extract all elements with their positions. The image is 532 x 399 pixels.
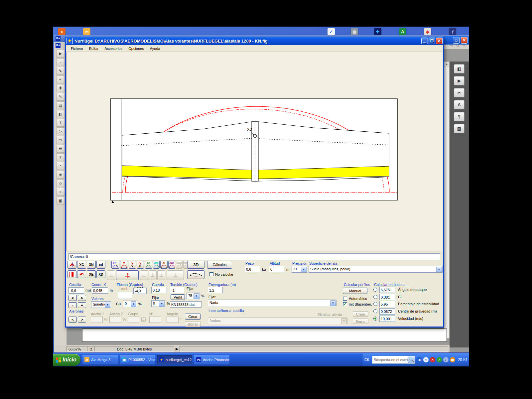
ps-tool-icon-16[interactable]: ○	[56, 188, 65, 196]
ps-tool-icon-6[interactable]: ▤	[56, 101, 65, 109]
torsion-input[interactable]	[170, 287, 184, 293]
dropdown-arrow-icon[interactable]: ▼	[131, 301, 136, 307]
desktop-icon-check-app[interactable]: ✓	[328, 28, 335, 35]
task-nurfluegel-es12[interactable]: ⚡nurfluegel_es12	[157, 355, 192, 364]
dropdown-arrow-icon[interactable]: ▼	[301, 267, 307, 273]
xd-small-button[interactable]: xd	[96, 261, 105, 269]
calc-base-radio-0[interactable]	[373, 288, 377, 292]
manual-button[interactable]: Manual	[343, 288, 367, 294]
altitud-input[interactable]	[269, 266, 284, 272]
desktop-icon-browser[interactable]: ●	[58, 28, 66, 35]
axis-button-active[interactable]	[116, 270, 139, 280]
blasenber-checkbox[interactable]	[343, 302, 347, 306]
calc-base-value-2[interactable]	[379, 301, 395, 307]
ps-dock-button-1[interactable]: ▶	[454, 76, 465, 85]
wing-view-button[interactable]	[67, 261, 76, 269]
desktop-icon-media-app[interactable]: ◆	[424, 28, 431, 35]
ps-tool-icon-8[interactable]: T	[56, 119, 65, 127]
scroll-up-arrow-icon[interactable]: ▲	[444, 62, 449, 67]
precision-dropdown[interactable]: 31▼	[292, 266, 307, 273]
maximize-button[interactable]: ❐	[429, 38, 435, 44]
xc-button[interactable]: XC	[77, 261, 86, 269]
curve-button-ai[interactable]: ai	[160, 261, 168, 269]
menu-fichero[interactable]: Fichero	[68, 46, 86, 51]
volume-icon[interactable]: ♪	[443, 357, 449, 362]
curve-button-RE[interactable]: RE	[111, 261, 119, 269]
calc-base-value-3[interactable]	[379, 308, 395, 315]
dropdown-arrow-icon[interactable]: ▼	[159, 301, 165, 307]
ribs-button[interactable]	[67, 270, 76, 278]
messenger-icon[interactable]: ●	[423, 357, 429, 362]
ps-dock-button-2[interactable]: ✂	[454, 88, 465, 97]
language-indicator[interactable]: ES	[364, 358, 369, 362]
antivirus-icon[interactable]: ✓	[437, 357, 442, 362]
curve-button-ca[interactable]: ca	[145, 261, 152, 269]
no-calcular-checkbox[interactable]	[209, 272, 213, 276]
curve-button-γV[interactable]: γV	[129, 261, 136, 269]
ps-tool-icon-13[interactable]: ◔	[56, 162, 65, 170]
desktop-search-box[interactable]: Búsqueda en el escrit 🔍	[372, 356, 415, 364]
status-icon[interactable]: 🗋	[87, 346, 94, 351]
profile-file-input[interactable]	[170, 301, 201, 308]
ps-tool-icon-15[interactable]: ◇	[56, 179, 65, 187]
ps-tool-icon-14[interactable]: ■	[56, 171, 65, 179]
coordx-input[interactable]	[92, 287, 108, 294]
menu-ayuda[interactable]: Ayuda	[147, 46, 163, 51]
calc-base-radio-1[interactable]	[373, 295, 377, 299]
curve-button-cm[interactable]: cm	[153, 261, 160, 269]
ps-dock-button-5[interactable]: ▤	[454, 124, 465, 133]
xe-button[interactable]: XE	[87, 270, 96, 278]
dropdown-arrow-icon[interactable]: ▼	[330, 300, 336, 306]
minimize-button[interactable]: ▁	[421, 38, 428, 44]
status-scroll-area[interactable]: ‹	[180, 346, 448, 351]
ps-tool-icon-17[interactable]: ▣	[56, 197, 65, 204]
ps-tool-icon-7[interactable]: ◧	[56, 110, 65, 118]
peso-input[interactable]	[245, 266, 260, 272]
search-icon[interactable]: 🔍	[408, 356, 415, 363]
ps-dock-button-4[interactable]: ¶	[454, 112, 465, 121]
task-p1000552-visor-de-i-[interactable]: ▣P1000552 - Visor de i...	[120, 355, 155, 364]
language-back-icon[interactable]: ◀	[417, 357, 422, 362]
flecha-der-input[interactable]	[133, 288, 147, 294]
curve-button-γD[interactable]: γD	[137, 261, 144, 269]
torsion-pct-dropdown[interactable]: 75▼	[187, 293, 200, 299]
bg-close-button[interactable]: ✕	[461, 37, 467, 44]
menu-opciones[interactable]: Opciones	[125, 46, 147, 51]
costilla-plus-button[interactable]: +	[78, 302, 86, 308]
document-scrollbar[interactable]: ▲	[444, 62, 450, 338]
dropdown-arrow-icon[interactable]: ▼	[194, 293, 199, 299]
alerones-next-button[interactable]: >	[78, 317, 86, 323]
calc-base-value-4[interactable]	[379, 316, 395, 322]
close-button[interactable]: ✕	[436, 38, 443, 44]
cuerda-fijar-dropdown[interactable]: 0▼	[151, 300, 165, 307]
curve-button-γ[interactable]: γ	[120, 261, 128, 269]
dropdown-arrow-icon[interactable]: ▼	[436, 267, 442, 273]
alerones-prev-button[interactable]: <	[68, 317, 77, 323]
undo-button[interactable]: ↶	[77, 270, 86, 278]
calc-base-value-1[interactable]	[379, 294, 395, 300]
envergadura-fijar-dropdown[interactable]: Nada▼	[208, 300, 336, 306]
calc-base-radio-4[interactable]	[373, 317, 377, 321]
task-ala-meiga-3[interactable]: ▰Ala Meiga 3	[82, 355, 118, 364]
menu-accesorios[interactable]: Accesorios	[101, 46, 125, 51]
gamma-field[interactable]	[68, 253, 440, 260]
ps-tool-icon-11[interactable]: ☰	[56, 145, 65, 153]
xn-button[interactable]: XN	[87, 261, 96, 269]
curve-button-cwi[interactable]: cwi	[168, 261, 175, 269]
flecha-izq-input[interactable]	[118, 292, 132, 298]
desktop-icon-f-app[interactable]: ƒ	[449, 28, 456, 35]
superficie-dropdown[interactable]: Sucia (mosquitos, polvo)▼	[309, 266, 443, 273]
ps-tool-icon-9[interactable]: ▷	[56, 127, 65, 135]
aleron-crear-button[interactable]: Crear	[185, 314, 201, 320]
ps-tool-icon-1[interactable]: ▫	[56, 58, 65, 66]
ps-dock-button-0[interactable]: ◧	[454, 64, 465, 73]
ps-tool-icon-12[interactable]: ✳	[56, 153, 65, 161]
cu-dropdown[interactable]: 0▼	[123, 301, 137, 307]
status-arrow-icon[interactable]: ▶	[176, 347, 178, 351]
envergadura-input[interactable]	[208, 287, 223, 293]
ps-tool-icon-3[interactable]: ⌖	[56, 75, 65, 83]
xd-big-button[interactable]: XD	[96, 270, 105, 278]
perfil-button[interactable]: Perfil	[171, 294, 185, 300]
alert-icon[interactable]: ✕	[430, 357, 435, 362]
desktop-icon-green-a-app[interactable]: A	[399, 28, 406, 35]
